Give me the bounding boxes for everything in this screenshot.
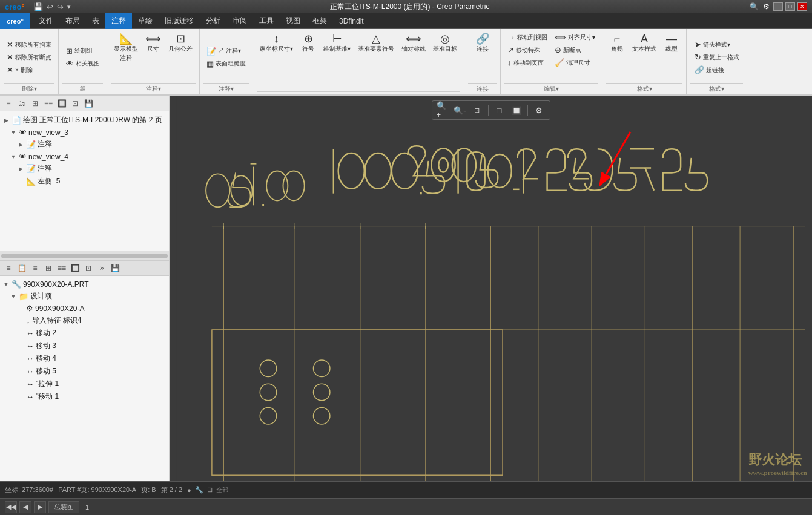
panel-btn-filter1[interactable]: ⊞ [29, 97, 41, 110]
quick-access-save[interactable]: 💾 [33, 2, 43, 11]
pan-btn[interactable]: □ [492, 103, 507, 117]
status-icon-1[interactable]: ● [187, 487, 191, 494]
settings-btn[interactable]: ⚙ [761, 2, 771, 11]
tree2-item-move5[interactable]: ↔ 移动 5 [0, 365, 169, 378]
minimize-btn[interactable]: — [773, 2, 783, 11]
nav-total-view-btn[interactable]: 总装图 [48, 501, 79, 513]
menu-legacy[interactable]: 旧版迁移 [159, 13, 200, 29]
tree-item-annotation-1[interactable]: ▶ 📝 注释 [0, 138, 169, 151]
status-icon-2[interactable]: 🔧 [195, 486, 203, 494]
tree-item-left5[interactable]: 📐 左侧_5 [0, 175, 169, 188]
btn-cleanup-dim[interactable]: 🧹清理尺寸 [552, 57, 598, 68]
panel-btn-tree[interactable]: ⊡ [69, 97, 81, 110]
close-btn[interactable]: ✕ [797, 2, 807, 11]
btn-axis-sym[interactable]: ⟺ 轴对称线 [398, 31, 429, 55]
panel2-btn-3[interactable]: ⊞ [42, 262, 54, 274]
menu-sketch[interactable]: 草绘 [132, 13, 159, 29]
panel-btn-layer[interactable]: 🗂 [16, 97, 28, 110]
menu-analysis[interactable]: 分析 [200, 13, 226, 29]
menu-framework[interactable]: 框架 [306, 13, 333, 29]
expand-ann1[interactable]: ▶ [17, 142, 24, 148]
nav-prev-btn[interactable]: ◀ [19, 501, 31, 513]
btn-new-breakpoint[interactable]: ⊕新断点 [552, 44, 598, 56]
btn-note[interactable]: 📝↗ 注释▾ [203, 45, 244, 57]
menu-tools[interactable]: 工具 [253, 13, 280, 29]
panel2-btn-save[interactable]: 💾 [109, 262, 121, 274]
btn-ordinate-dim[interactable]: ↕ 纵坐标尺寸▾ [257, 31, 296, 55]
tree2-item-prt[interactable]: ▼ 🔧 990X900X20-A.PRT [0, 278, 169, 290]
btn-hyperlink[interactable]: 🔗超链接 [692, 64, 727, 76]
nav-first-btn[interactable]: ◀◀ [5, 501, 17, 513]
tree2-item-move1[interactable]: ↔ "移动 1 [0, 390, 169, 403]
panel2-btn-4[interactable]: ≡≡ [56, 262, 68, 274]
panel2-btn-menu[interactable]: ≡ [2, 262, 15, 274]
panel2-btn-5[interactable]: 🔲 [69, 262, 81, 274]
tree2-item-move2[interactable]: ↔ 移动 2 [0, 327, 169, 340]
btn-gtol[interactable]: ⊡ 几何公差 [165, 31, 196, 55]
panel-btn-menu[interactable]: ≡ [2, 97, 15, 110]
tree-item-annotation-2[interactable]: ▶ 📝 注释 [0, 162, 169, 175]
expand-view3[interactable]: ▼ [10, 130, 17, 136]
panel2-btn-1[interactable]: 📋 [16, 262, 28, 274]
btn-draw-group[interactable]: ⊞绘制组 [63, 45, 96, 57]
btn-remove-constraints[interactable]: ✕移除所有拘束 [4, 39, 54, 50]
btn-surface-finish[interactable]: ▦表面粗糙度 [203, 58, 249, 70]
zoom-fit-btn[interactable]: ⊡ [470, 103, 484, 117]
panel-btn-filter3[interactable]: 🔲 [56, 97, 68, 110]
menu-3dfindit[interactable]: 3Dfindit [333, 13, 370, 29]
btn-symbol[interactable]: ⊕ 符号 [297, 31, 319, 55]
btn-move-to-page[interactable]: ↓移动到页面 [504, 57, 550, 68]
menu-file[interactable]: 文件 [33, 13, 59, 29]
zoom-in-btn[interactable]: 🔍+ [436, 103, 451, 117]
btn-line-type[interactable]: — 线型 [661, 31, 682, 55]
menu-view[interactable]: 视图 [280, 13, 306, 29]
settings-canvas-btn[interactable]: ⚙ [532, 103, 546, 117]
btn-datum-target[interactable]: ◎ 基准目标 [430, 31, 460, 55]
tree2-item-prt-a[interactable]: ⚙ 990X900X20-A [0, 303, 169, 314]
quick-access-redo[interactable]: ↪ [57, 2, 64, 11]
panel-btn-save[interactable]: 💾 [82, 97, 94, 110]
menu-review[interactable]: 审阅 [226, 13, 253, 29]
zoom-out-btn[interactable]: 🔍- [453, 103, 467, 117]
expand2-design[interactable]: ▼ [10, 294, 17, 300]
btn-connect[interactable]: 🔗 连接 [472, 31, 493, 55]
btn-remove-breakpoints[interactable]: ✕移除所有断点 [4, 51, 54, 63]
tree2-item-extrude[interactable]: ↔ "拉伸 1 [0, 378, 169, 390]
menu-layout[interactable]: 布局 [59, 13, 86, 29]
menu-annotation[interactable]: 注释 [105, 13, 132, 29]
search-btn[interactable]: 🔍 [749, 2, 759, 11]
tree2-item-design[interactable]: ▼ 📁 设计项 [0, 290, 169, 303]
panel2-btn-6[interactable]: ⊡ [82, 262, 94, 274]
nav-next-btn[interactable]: ▶ [34, 501, 46, 513]
menu-table[interactable]: 表 [86, 13, 105, 29]
status-icon-3[interactable]: ⊞ [207, 486, 213, 494]
btn-move-special[interactable]: ↗移动特殊 [504, 44, 550, 56]
panel2-btn-2[interactable]: ≡ [29, 262, 41, 274]
btn-dimension[interactable]: ⟺ 尺寸 [142, 31, 164, 55]
expand-ann2[interactable]: ▶ [17, 166, 24, 172]
btn-align-dim[interactable]: ⟺对齐尺寸▾ [552, 31, 598, 43]
restore-btn[interactable]: □ [785, 2, 795, 11]
btn-corner[interactable]: ⌐ 角拐 [606, 31, 628, 55]
hscroll-bar[interactable] [1, 254, 168, 258]
btn-related-view[interactable]: 👁相关视图 [63, 58, 103, 70]
btn-draw-baseline[interactable]: ⊢ 绘制基准▾ [320, 31, 354, 55]
quick-access-undo[interactable]: ↩ [47, 2, 53, 11]
panel-btn-filter2[interactable]: ≡≡ [42, 97, 54, 110]
btn-delete[interactable]: ✕× 删除 [4, 64, 36, 76]
tree-item-new-view-4[interactable]: ▼ 👁 new_view_4 [0, 151, 169, 162]
tree-item-new-view-3[interactable]: ▼ 👁 new_view_3 [0, 126, 169, 138]
tree-item-drawing[interactable]: ▶ 📄 绘图 正常工位ITS-M-L2000.DRW 的第 2 页 [0, 114, 169, 126]
btn-move-to-view[interactable]: →移动到视图 [504, 31, 550, 43]
tree2-item-import[interactable]: ↓ 导入特征 标识4 [0, 314, 169, 327]
btn-arrow-style[interactable]: ➤箭头样式▾ [692, 39, 733, 50]
zoom-window-btn[interactable]: 🔲 [509, 103, 524, 117]
expand-drawing[interactable]: ▶ [2, 117, 10, 123]
btn-repeat-format[interactable]: ↻重复上一格式 [692, 51, 742, 63]
canvas-area[interactable]: 🔍+ 🔍- ⊡ □ 🔲 ⚙ [170, 96, 812, 481]
expand2-prt[interactable]: ▼ [2, 281, 10, 287]
btn-text-style[interactable]: A 文本样式 [629, 31, 659, 55]
tree2-item-move4[interactable]: ↔ 移动 4 [0, 352, 169, 365]
expand-view4[interactable]: ▼ [10, 154, 17, 160]
btn-show-model-annotations[interactable]: 📐 显示模型 注释 [111, 31, 141, 64]
